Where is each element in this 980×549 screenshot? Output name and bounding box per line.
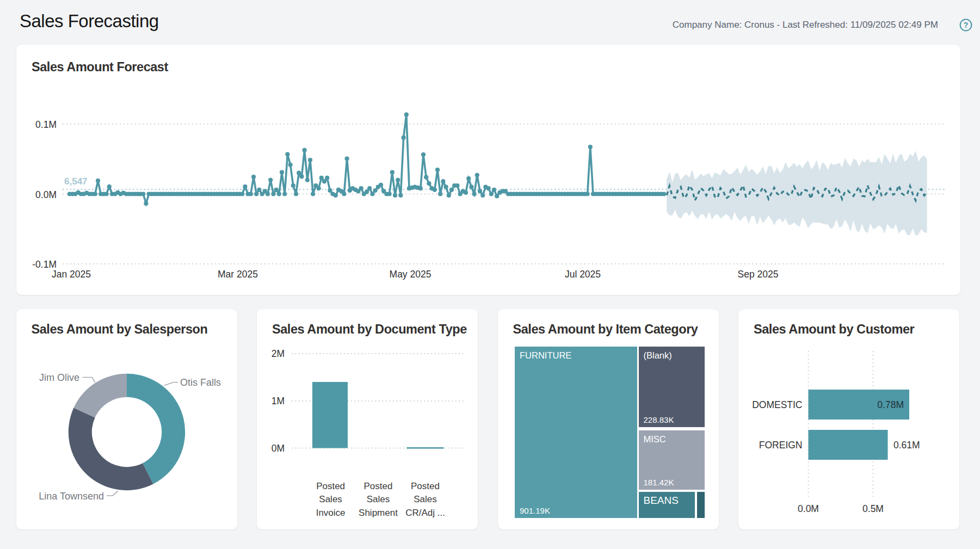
svg-text:Jan 2025: Jan 2025 bbox=[52, 269, 91, 280]
svg-text:Posted: Posted bbox=[411, 481, 440, 491]
svg-text:0M: 0M bbox=[272, 443, 285, 454]
svg-text:Mar 2025: Mar 2025 bbox=[218, 269, 258, 280]
svg-text:0.0M: 0.0M bbox=[798, 503, 819, 514]
svg-text:6,547: 6,547 bbox=[64, 176, 88, 187]
svg-text:2M: 2M bbox=[272, 348, 285, 359]
svg-text:FOREIGN: FOREIGN bbox=[759, 440, 803, 451]
svg-text:0.1M: 0.1M bbox=[35, 119, 57, 130]
svg-text:CR/Adj ...: CR/Adj ... bbox=[405, 508, 445, 518]
svg-text:Posted: Posted bbox=[364, 481, 393, 491]
svg-text:0.78M: 0.78M bbox=[877, 399, 904, 410]
svg-text:Sales: Sales bbox=[319, 494, 342, 504]
svg-text:Sales: Sales bbox=[367, 494, 390, 504]
svg-text:Otis Falls: Otis Falls bbox=[180, 377, 221, 388]
svg-text:?: ? bbox=[964, 21, 969, 29]
svg-text:Shipment: Shipment bbox=[359, 508, 398, 518]
svg-text:Sales: Sales bbox=[414, 494, 437, 504]
svg-text:0.5M: 0.5M bbox=[862, 503, 884, 514]
svg-text:Lina Townsend: Lina Townsend bbox=[39, 491, 104, 502]
svg-text:Jim Olive: Jim Olive bbox=[39, 372, 79, 383]
svg-text:1M: 1M bbox=[272, 396, 285, 406]
svg-text:0.0M: 0.0M bbox=[35, 189, 57, 200]
svg-text:Posted: Posted bbox=[316, 481, 345, 491]
svg-text:0.61M: 0.61M bbox=[893, 440, 920, 451]
svg-text:DOMESTIC: DOMESTIC bbox=[752, 399, 802, 410]
svg-text:Jul 2025: Jul 2025 bbox=[565, 269, 601, 280]
svg-text:Sep 2025: Sep 2025 bbox=[738, 269, 779, 280]
svg-text:Invoice: Invoice bbox=[316, 508, 346, 518]
svg-text:May 2025: May 2025 bbox=[390, 269, 432, 280]
